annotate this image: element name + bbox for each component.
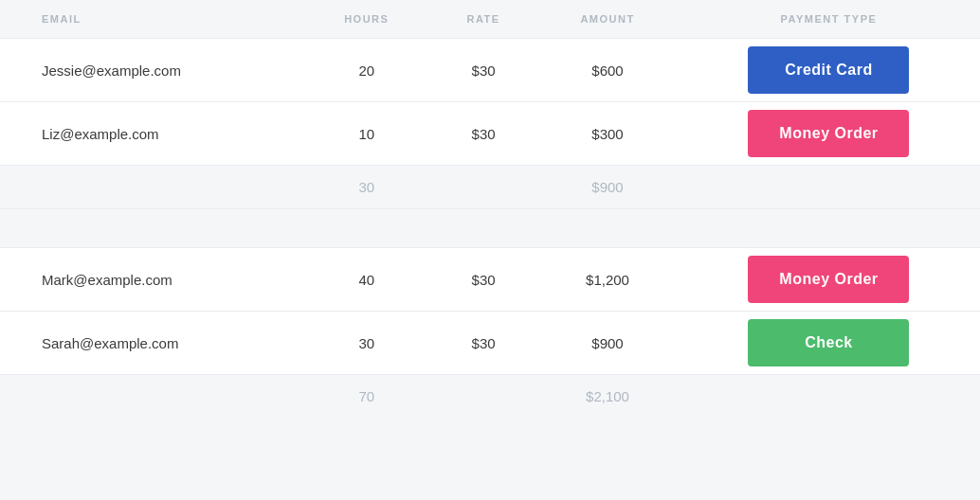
cell-hours: 30: [303, 312, 429, 375]
header-row: EMAIL HOURS RATE AMOUNT PAYMENT TYPE: [0, 0, 980, 39]
col-header-amount: AMOUNT: [537, 0, 678, 39]
cell-hours: 40: [303, 248, 429, 312]
col-header-hours: HOURS: [303, 0, 429, 39]
subtotal-payment: [678, 166, 980, 209]
cell-hours: 10: [303, 102, 429, 166]
cell-rate: $30: [429, 312, 537, 375]
subtotal-row: 70 $2,100: [0, 375, 980, 419]
payment-badge: Check: [748, 319, 909, 366]
payment-badge: Money Order: [748, 256, 909, 303]
subtotal-rate: [429, 375, 537, 419]
cell-email: Jessie@example.com: [0, 39, 303, 102]
payment-badge: Money Order: [748, 110, 909, 157]
cell-email: Liz@example.com: [0, 102, 303, 166]
subtotal-payment: [678, 375, 980, 419]
cell-amount: $300: [537, 102, 678, 166]
data-table: EMAIL HOURS RATE AMOUNT PAYMENT TYPE Jes…: [0, 0, 980, 418]
cell-hours: 20: [303, 39, 429, 102]
subtotal-hours: 70: [303, 375, 429, 419]
table-row: Mark@example.com 40 $30 $1,200 Money Ord…: [0, 248, 980, 312]
cell-payment-type: Credit Card: [678, 39, 980, 102]
col-header-rate: RATE: [429, 0, 537, 39]
cell-rate: $30: [429, 39, 537, 102]
payment-badge: Credit Card: [748, 46, 909, 94]
col-header-email: EMAIL: [0, 0, 303, 39]
col-header-payment-type: PAYMENT TYPE: [678, 0, 980, 39]
cell-amount: $600: [537, 39, 678, 102]
cell-payment-type: Money Order: [678, 102, 980, 166]
cell-payment-type: Check: [678, 312, 980, 375]
subtotal-amount: $900: [537, 166, 678, 209]
table-row: Jessie@example.com 20 $30 $600 Credit Ca…: [0, 39, 980, 102]
subtotal-rate: [429, 166, 537, 209]
subtotal-label: [0, 375, 303, 419]
cell-rate: $30: [429, 248, 537, 312]
subtotal-amount: $2,100: [537, 375, 678, 419]
separator-cell: [0, 209, 980, 248]
cell-payment-type: Money Order: [678, 248, 980, 312]
table-row: Sarah@example.com 30 $30 $900 Check: [0, 312, 980, 375]
subtotal-row: 30 $900: [0, 166, 980, 209]
cell-rate: $30: [429, 102, 537, 166]
subtotal-label: [0, 166, 303, 209]
cell-amount: $1,200: [537, 248, 678, 312]
cell-amount: $900: [537, 312, 678, 375]
table-row: Liz@example.com 10 $30 $300 Money Order: [0, 102, 980, 166]
table-container: EMAIL HOURS RATE AMOUNT PAYMENT TYPE Jes…: [0, 0, 980, 418]
group-separator: [0, 209, 980, 248]
cell-email: Mark@example.com: [0, 248, 303, 312]
subtotal-hours: 30: [303, 166, 429, 209]
cell-email: Sarah@example.com: [0, 312, 303, 375]
